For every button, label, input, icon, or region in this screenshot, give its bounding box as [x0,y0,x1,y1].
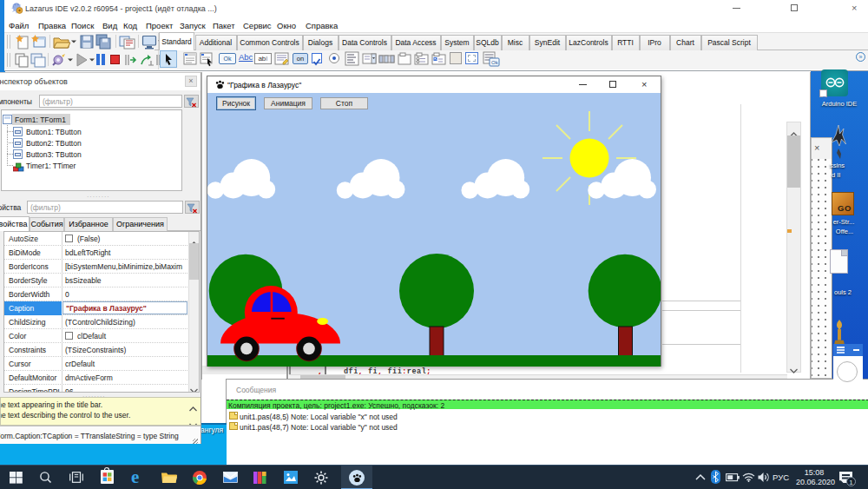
svg-text:Ok: Ok [491,60,499,65]
